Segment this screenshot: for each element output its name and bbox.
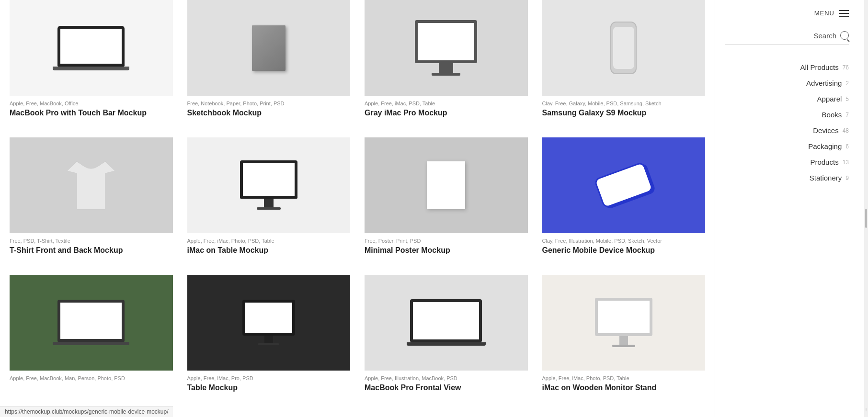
sidebar-item-products[interactable]: Products 13 (725, 154, 849, 170)
hamburger-line-1 (839, 10, 849, 11)
product-image (10, 275, 173, 371)
product-card-tshirt[interactable]: Free, PSD, T-Shirt, Textile T-Shirt Fron… (10, 137, 173, 256)
main-content: Apple, Free, MacBook, Office MacBook Pro… (0, 0, 715, 417)
product-card-table-mockup[interactable]: Apple, Free, iMac, Pro, PSD Table Mockup (187, 275, 351, 393)
sidebar-item-books[interactable]: Books 7 (725, 107, 849, 123)
product-tags: Apple, Free, Illustration, MacBook, PSD (365, 375, 528, 381)
nav-menu: All Products 76 Advertising 2 Apparel 5 … (725, 59, 849, 186)
nav-item-label: Devices (813, 126, 838, 135)
nav-item-label: Books (822, 111, 842, 119)
product-image (542, 275, 706, 371)
hamburger-line-2 (839, 13, 849, 14)
sidebar-item-all-products[interactable]: All Products 76 (725, 59, 849, 75)
hamburger-line-3 (839, 16, 849, 17)
nav-item-label: All Products (800, 63, 839, 71)
sidebar-item-devices[interactable]: Devices 48 (725, 123, 849, 138)
nav-item-count: 2 (845, 80, 849, 87)
sidebar-item-advertising[interactable]: Advertising 2 (725, 75, 849, 91)
product-card-sketchbook[interactable]: Free, Notebook, Paper, Photo, Print, PSD… (187, 0, 351, 118)
product-title: Samsung Galaxy S9 Mockup (542, 108, 706, 118)
product-tags: Apple, Free, iMac, PSD, Table (365, 101, 528, 106)
product-tags: Apple, Free, MacBook, Office (10, 101, 173, 106)
sidebar-item-stationery[interactable]: Stationery 9 (725, 170, 849, 186)
product-card-macbook-touch[interactable]: Apple, Free, MacBook, Office MacBook Pro… (10, 0, 173, 118)
product-card-imac-table[interactable]: Apple, Free, iMac, Photo, PSD, Table iMa… (187, 137, 351, 256)
product-image (187, 275, 351, 371)
product-title: Table Mockup (187, 383, 351, 393)
product-image (10, 0, 173, 96)
nav-item-count: 5 (845, 96, 849, 102)
search-row[interactable]: Search (725, 31, 849, 45)
scroll-arrow-down[interactable]: ↑ (865, 407, 868, 412)
product-tags: Apple, Free, iMac, Pro, PSD (187, 375, 351, 381)
product-tags: Free, Poster, Print, PSD (365, 238, 528, 244)
search-icon[interactable] (840, 31, 849, 40)
product-title: Minimal Poster Mockup (365, 246, 528, 256)
product-title: Gray iMac Pro Mockup (365, 108, 528, 118)
nav-item-count: 13 (843, 159, 849, 166)
url-bar: https://themockup.club/mockups/generic-m… (0, 406, 173, 417)
product-image (365, 137, 528, 233)
product-card-samsung-s9[interactable]: Clay, Free, Galaxy, Mobile, PSD, Samsung… (542, 0, 706, 118)
scrollbar[interactable]: ↑ (864, 0, 868, 417)
nav-item-count: 48 (843, 127, 849, 134)
product-title: T-Shirt Front and Back Mockup (10, 246, 173, 256)
sidebar-item-packaging[interactable]: Packaging 6 (725, 138, 849, 154)
product-tags: Free, PSD, T-Shirt, Textile (10, 238, 173, 244)
product-tags: Clay, Free, Galaxy, Mobile, PSD, Samsung… (542, 101, 706, 106)
product-card-imac-wooden[interactable]: Apple, Free, iMac, Photo, PSD, Table iMa… (542, 275, 706, 393)
nav-item-label: Advertising (806, 79, 842, 87)
product-image (365, 0, 528, 96)
nav-item-count: 6 (845, 143, 849, 150)
product-title: MacBook Pro Frontal View (365, 383, 528, 393)
hamburger-button[interactable] (839, 10, 849, 17)
nav-item-label: Packaging (808, 142, 842, 150)
product-tags: Clay, Free, Illustration, Mobile, PSD, S… (542, 238, 706, 244)
menu-label: MENU (814, 10, 834, 17)
scroll-thumb[interactable] (865, 209, 867, 228)
nav-item-count: 76 (843, 64, 849, 71)
product-image (187, 137, 351, 233)
nav-item-label: Products (810, 158, 838, 166)
search-label: Search (813, 32, 836, 40)
product-tags: Apple, Free, MacBook, Man, Person, Photo… (10, 375, 173, 381)
nav-item-label: Apparel (817, 95, 842, 103)
product-tags: Free, Notebook, Paper, Photo, Print, PSD (187, 101, 351, 106)
menu-header: MENU (725, 10, 849, 17)
nav-item-count: 9 (845, 175, 849, 181)
product-card-macbook-frontal[interactable]: Apple, Free, Illustration, MacBook, PSD … (365, 275, 528, 393)
product-title: Generic Mobile Device Mockup (542, 246, 706, 256)
product-title: MacBook Pro with Touch Bar Mockup (10, 108, 173, 118)
product-card-poster[interactable]: Free, Poster, Print, PSD Minimal Poster … (365, 137, 528, 256)
product-title: iMac on Wooden Monitor Stand (542, 383, 706, 393)
product-image (542, 137, 706, 233)
product-card-generic-mobile[interactable]: Clay, Free, Illustration, Mobile, PSD, S… (542, 137, 706, 256)
sidebar-item-apparel[interactable]: Apparel 5 (725, 91, 849, 107)
nav-item-count: 7 (845, 112, 849, 118)
product-image (365, 275, 528, 371)
sidebar: MENU Search All Products 76 Advertising … (715, 0, 868, 417)
product-card-gray-imac[interactable]: Apple, Free, iMac, PSD, Table Gray iMac … (365, 0, 528, 118)
product-tags: Apple, Free, iMac, Photo, PSD, Table (187, 238, 351, 244)
product-image (10, 137, 173, 233)
product-image (542, 0, 706, 96)
product-title: Sketchbook Mockup (187, 108, 351, 118)
product-title: iMac on Table Mockup (187, 246, 351, 256)
product-tags: Apple, Free, iMac, Photo, PSD, Table (542, 375, 706, 381)
product-image (187, 0, 351, 96)
nav-item-label: Stationery (810, 174, 842, 182)
product-card-laptop-grass[interactable]: Apple, Free, MacBook, Man, Person, Photo… (10, 275, 173, 393)
